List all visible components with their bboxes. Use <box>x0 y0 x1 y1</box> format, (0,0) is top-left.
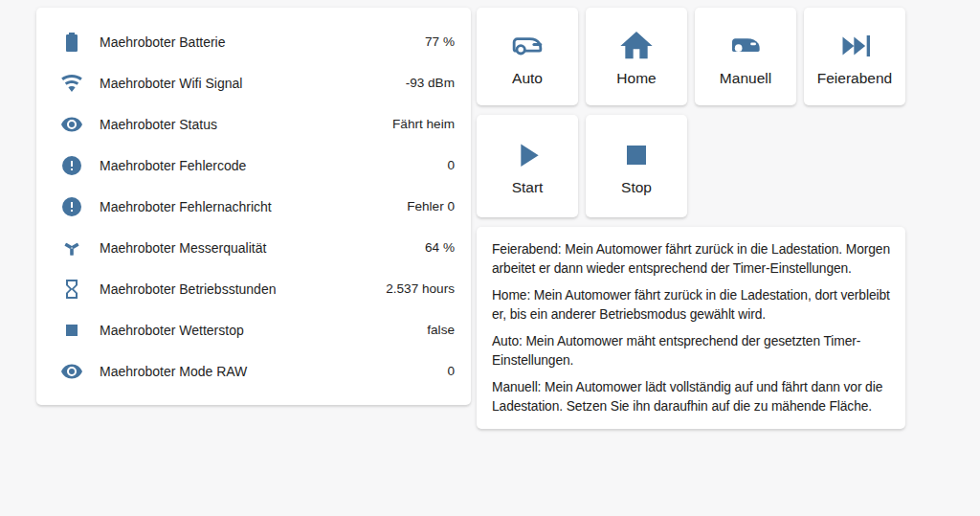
van-outline-icon <box>508 27 546 65</box>
button-label: Feierabend <box>817 70 892 87</box>
entity-row-messerqualitaet[interactable]: Maehroboter Messerqualität 64 % <box>36 227 471 268</box>
entities-card: Maehroboter Batterie 77 % Maehroboter Wi… <box>36 8 471 405</box>
alert-circle-icon <box>60 195 83 218</box>
entity-value: 77 % <box>425 34 455 49</box>
entity-name: Maehroboter Wetterstop <box>100 323 427 338</box>
mode-description-card: Feierabend: Mein Automower fährt zurück … <box>477 227 905 429</box>
info-paragraph-auto: Auto: Mein Automower mäht entsprechend d… <box>492 332 890 370</box>
stop-square-icon <box>60 319 83 342</box>
feierabend-button[interactable]: Feierabend <box>804 8 905 105</box>
alert-circle-icon <box>60 154 83 177</box>
van-icon <box>726 27 765 65</box>
entity-name: Maehroboter Messerqualität <box>100 240 425 256</box>
eye-icon <box>60 113 83 136</box>
entity-row-wifi-signal[interactable]: Maehroboter Wifi Signal -93 dBm <box>36 62 471 103</box>
info-paragraph-home: Home: Mein Automower fährt zurück in die… <box>492 286 890 325</box>
wifi-icon <box>60 72 83 95</box>
button-label: Manuell <box>720 70 771 87</box>
entity-name: Maehroboter Status <box>100 117 392 132</box>
right-column: Auto Home Manuell Feierabend Start <box>477 8 905 429</box>
entity-value: 0 <box>447 364 455 378</box>
stop-icon <box>617 136 656 174</box>
button-label: Start <box>512 179 544 196</box>
entity-row-fehlercode[interactable]: Maehroboter Fehlercode 0 <box>36 145 471 186</box>
mode-button-row: Auto Home Manuell Feierabend <box>477 8 905 105</box>
entity-value: 0 <box>447 158 455 172</box>
entity-value: 2.537 hours <box>386 281 455 296</box>
home-button[interactable]: Home <box>586 8 687 105</box>
eye-icon <box>60 360 83 383</box>
info-paragraph-manuell: Manuell: Mein Automower lädt vollständig… <box>492 378 890 416</box>
entity-value: Fehler 0 <box>407 199 455 213</box>
play-icon <box>508 136 546 174</box>
entity-value: false <box>427 323 455 337</box>
stop-button[interactable]: Stop <box>586 115 687 217</box>
button-label: Stop <box>621 179 652 196</box>
info-paragraph-feierabend: Feierabend: Mein Automower fährt zurück … <box>492 240 890 279</box>
entity-name: Maehroboter Wifi Signal <box>100 76 406 91</box>
dashboard: Maehroboter Batterie 77 % Maehroboter Wi… <box>0 0 980 429</box>
button-label: Home <box>616 70 656 87</box>
entity-row-betriebsstunden[interactable]: Maehroboter Betriebsstunden 2.537 hours <box>36 268 471 309</box>
button-label: Auto <box>512 70 543 87</box>
entity-value: 64 % <box>425 240 455 255</box>
entity-row-fehlernachricht[interactable]: Maehroboter Fehlernachricht Fehler 0 <box>36 186 471 227</box>
battery-icon <box>60 31 83 54</box>
entity-name: Maehroboter Batterie <box>100 34 425 50</box>
manuell-button[interactable]: Manuell <box>695 8 796 105</box>
entity-row-mode-raw[interactable]: Maehroboter Mode RAW 0 <box>36 350 471 392</box>
entity-name: Maehroboter Mode RAW <box>100 364 447 379</box>
entity-value: Fährt heim <box>392 117 455 131</box>
start-button[interactable]: Start <box>477 115 578 217</box>
home-icon <box>617 27 656 65</box>
start-stop-button-row: Start Stop <box>477 115 905 217</box>
entity-name: Maehroboter Fehlernachricht <box>100 199 407 214</box>
entity-row-wetterstop[interactable]: Maehroboter Wetterstop false <box>36 309 471 350</box>
hourglass-icon <box>60 278 83 301</box>
entity-name: Maehroboter Betriebsstunden <box>100 281 386 297</box>
auto-button[interactable]: Auto <box>477 8 578 105</box>
skip-forward-icon <box>835 27 874 65</box>
entity-value: -93 dBm <box>406 76 455 90</box>
entity-row-batterie[interactable]: Maehroboter Batterie 77 % <box>36 21 471 62</box>
blade-icon <box>60 236 83 259</box>
entity-row-status[interactable]: Maehroboter Status Fährt heim <box>36 103 471 145</box>
entity-name: Maehroboter Fehlercode <box>100 158 447 173</box>
